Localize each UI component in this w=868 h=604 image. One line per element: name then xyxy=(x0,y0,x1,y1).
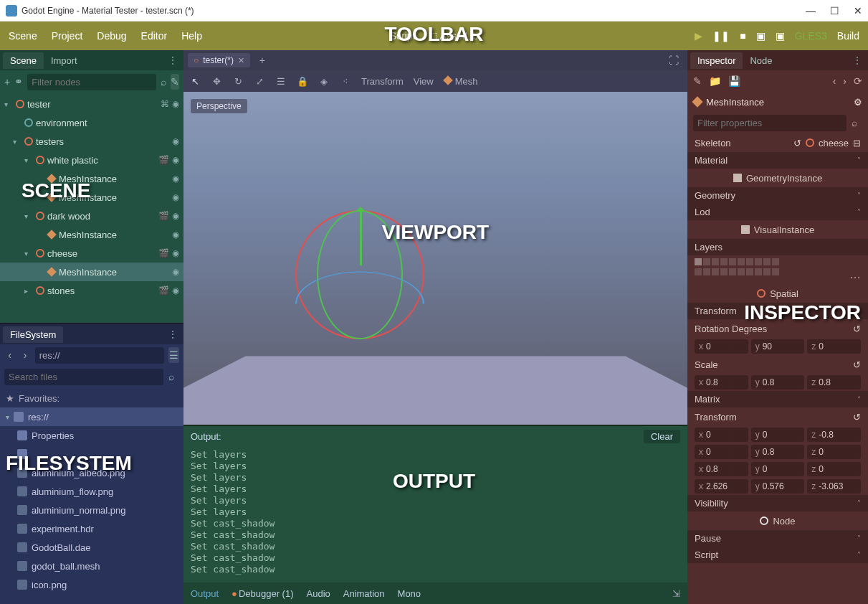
history-back-icon[interactable]: ‹ xyxy=(833,75,836,87)
section-visibility[interactable]: Visibility˅ xyxy=(687,495,868,511)
close-tab-icon[interactable]: ✕ xyxy=(238,56,244,65)
edit-root-icon[interactable]: ✎ xyxy=(171,74,179,90)
add-tab-icon[interactable]: + xyxy=(254,52,270,68)
history-forward-icon[interactable]: › xyxy=(843,75,846,87)
viewport-3d[interactable]: Perspective VIEWPORT xyxy=(183,92,687,425)
matrix-row[interactable]: x0y0.8z0 xyxy=(687,443,868,461)
menu-project[interactable]: Project xyxy=(52,30,83,42)
play-custom-icon[interactable]: ▣ xyxy=(776,30,785,42)
tree-node[interactable]: ▾testers◉ xyxy=(0,132,183,151)
view-menu[interactable]: View xyxy=(414,76,434,87)
move-tool-icon[interactable]: ✥ xyxy=(211,76,222,87)
select-tool-icon[interactable]: ↖ xyxy=(189,76,201,87)
section-layers[interactable]: Layers xyxy=(687,239,868,255)
tree-node[interactable]: MeshInstance◉ xyxy=(0,263,183,281)
build-button[interactable]: Build xyxy=(837,30,859,42)
fs-item[interactable]: godot_ball.mesh xyxy=(0,557,183,575)
snap-tool-icon[interactable]: ⁖ xyxy=(340,76,351,87)
pause-icon[interactable]: ❚❚ xyxy=(712,30,730,42)
matrix-row[interactable]: x2.626y0.576z-3.063 xyxy=(687,478,868,495)
panel-menu-icon[interactable]: ⋮ xyxy=(165,55,181,66)
fs-item[interactable]: experiment.hdr xyxy=(0,519,183,538)
visibility-icon[interactable]: ◉ xyxy=(172,192,179,202)
tab-scene[interactable]: Scene xyxy=(3,52,44,69)
tab-filesystem[interactable]: FileSystem xyxy=(3,326,63,343)
fs-item[interactable]: icon.png xyxy=(0,575,183,594)
back-icon[interactable]: ‹ xyxy=(4,347,15,363)
tree-node[interactable]: ▾dark wood🎬◉ xyxy=(0,207,183,225)
group-tool-icon[interactable]: ◈ xyxy=(318,76,330,87)
tab-output[interactable]: Output xyxy=(191,588,219,599)
matrix-row[interactable]: x0.8y0z0 xyxy=(687,461,868,478)
visibility-icon[interactable]: ◉ xyxy=(172,136,179,146)
menu-editor[interactable]: Editor xyxy=(141,30,168,42)
fs-item[interactable] xyxy=(0,445,183,463)
section-geometry[interactable]: Geometry˅ xyxy=(687,187,868,204)
visibility-icon[interactable]: ◉ xyxy=(172,267,179,277)
lock-tool-icon[interactable]: 🔒 xyxy=(297,76,308,87)
tab-animation[interactable]: Animation xyxy=(343,588,385,599)
open-resource-icon[interactable]: 📁 xyxy=(709,75,721,87)
path-input[interactable] xyxy=(35,347,164,364)
panel-menu-icon[interactable]: ⋮ xyxy=(165,329,181,340)
tab-audio[interactable]: Audio xyxy=(307,588,330,599)
class-geometry-instance[interactable]: GeometryInstance xyxy=(687,169,868,187)
fs-item[interactable]: ▾res:// xyxy=(0,407,183,426)
tool-icon[interactable]: ⚙ xyxy=(854,97,862,108)
new-resource-icon[interactable]: ✎ xyxy=(693,75,702,87)
search-icon[interactable]: ⌕ xyxy=(161,74,166,90)
search-icon[interactable]: ⌕ xyxy=(846,115,862,131)
add-node-icon[interactable]: + xyxy=(4,74,10,90)
script-icon[interactable]: ⌘ xyxy=(161,99,169,109)
filesystem-tree[interactable]: ★ Favorites: ▾res://Propertiesaluminium_… xyxy=(0,387,183,604)
section-transform[interactable]: Transform˄ xyxy=(687,303,868,319)
tree-node[interactable]: environment xyxy=(0,113,183,132)
tree-node[interactable]: ▾white plastic🎬◉ xyxy=(0,151,183,169)
history-menu-icon[interactable]: ⟳ xyxy=(854,75,862,87)
section-lod[interactable]: Lod˅ xyxy=(687,204,868,220)
class-spatial[interactable]: Spatial xyxy=(687,284,868,303)
layers-more-icon[interactable]: … xyxy=(849,268,861,281)
renderer-select[interactable]: GLES3 xyxy=(795,30,827,42)
fs-item[interactable]: Properties xyxy=(0,426,183,445)
section-matrix[interactable]: Matrix˄ xyxy=(687,391,868,407)
fs-item[interactable]: aluminium_normal.png xyxy=(0,501,183,519)
visibility-icon[interactable]: ◉ xyxy=(172,174,179,184)
minimize-button[interactable]: — xyxy=(806,5,816,16)
visibility-icon[interactable]: ◉ xyxy=(172,286,179,296)
section-script[interactable]: Script˅ xyxy=(687,547,868,563)
section-pause[interactable]: Pause˅ xyxy=(687,530,868,547)
link-icon[interactable]: ⚭ xyxy=(14,74,23,90)
tree-node[interactable]: MeshInstance◉ xyxy=(0,225,183,244)
fs-search-input[interactable] xyxy=(4,369,163,385)
tab-node[interactable]: Node xyxy=(743,52,779,69)
maximize-button[interactable]: ☐ xyxy=(830,5,839,16)
fs-item[interactable]: aluminium_albedo.png xyxy=(0,463,183,482)
view-mode-icon[interactable]: ☰ xyxy=(168,347,179,363)
tree-node[interactable]: MeshInstance◉ xyxy=(0,188,183,207)
skeleton-value[interactable]: cheese xyxy=(819,138,849,148)
scene-tab[interactable]: ○ tester(*) ✕ xyxy=(188,53,250,67)
play-icon[interactable]: ▶ xyxy=(695,30,702,42)
perspective-label[interactable]: Perspective xyxy=(191,99,247,113)
play-scene-icon[interactable]: ▣ xyxy=(756,30,766,42)
mode-assetlib[interactable]: ⬚ AssetLib xyxy=(428,30,478,42)
visibility-icon[interactable]: ◉ xyxy=(172,248,179,258)
class-visual-instance[interactable]: VisualInstance xyxy=(687,220,868,239)
output-log[interactable]: Set layers Set layers Set layers Set lay… xyxy=(183,446,687,582)
fs-item[interactable]: GodotBall.dae xyxy=(0,538,183,557)
tree-node[interactable]: ▾tester⌘◉ xyxy=(0,95,183,113)
reset-icon[interactable]: ↺ xyxy=(853,359,861,370)
clear-button[interactable]: Clear xyxy=(644,430,680,443)
panel-menu-icon[interactable]: ⋮ xyxy=(849,55,865,66)
visibility-icon[interactable]: ◉ xyxy=(172,230,179,240)
menu-debug[interactable]: Debug xyxy=(97,30,126,42)
menu-help[interactable]: Help xyxy=(181,30,202,42)
rotation-row[interactable]: x0 y90 z0 xyxy=(687,338,868,355)
forward-icon[interactable]: › xyxy=(19,347,30,363)
inspector-filter-input[interactable] xyxy=(693,115,846,131)
reset-icon[interactable]: ↺ xyxy=(793,138,801,148)
scene-tree[interactable]: ▾tester⌘◉environment▾testers◉▾white plas… xyxy=(0,93,183,323)
tab-import[interactable]: Import xyxy=(44,52,85,69)
reset-icon[interactable]: ↺ xyxy=(853,324,861,334)
